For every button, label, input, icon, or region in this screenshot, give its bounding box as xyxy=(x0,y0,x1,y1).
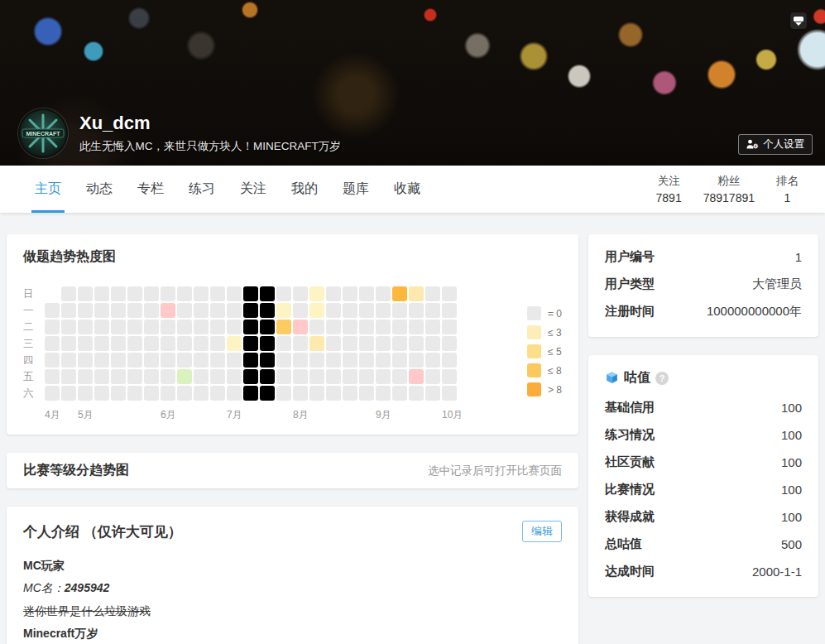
heatmap-month-label: 6月 xyxy=(161,408,176,422)
heatmap-cell xyxy=(111,353,126,368)
heatmap-cell xyxy=(111,369,126,384)
heatmap-cell xyxy=(144,336,159,351)
heatmap-cell xyxy=(343,369,357,384)
personal-settings-button[interactable]: 个人设置 xyxy=(738,134,813,155)
user-bio: 此生无悔入MC，来世只做方块人！MINECRAFT万岁 xyxy=(79,139,341,154)
heatmap-cell xyxy=(210,336,225,351)
heatmap-cell xyxy=(45,369,60,384)
guzhi-title: 咕值 xyxy=(624,369,650,387)
nav-tabs: 主页动态专栏练习关注我的题库收藏 xyxy=(31,166,442,213)
profile-stat[interactable]: 粉丝78917891 xyxy=(703,174,755,204)
heatmap-cell xyxy=(409,386,424,401)
sidebar-row-value: 100 xyxy=(781,401,802,415)
heatmap-cell xyxy=(127,336,142,351)
contest-trend-hint: 选中记录后可打开比赛页面 xyxy=(428,464,562,478)
heatmap-cell xyxy=(442,286,457,301)
heatmap-cell xyxy=(127,303,142,318)
heatmap-cell xyxy=(326,336,341,351)
heatmap-cell xyxy=(425,303,440,318)
heatmap-cell xyxy=(376,336,391,351)
heatmap-month-label: 5月 xyxy=(78,408,94,422)
heatmap-cell xyxy=(442,303,457,318)
nav-tab[interactable]: 专栏 xyxy=(134,166,167,213)
heatmap-cell xyxy=(326,303,341,318)
heatmap-month-label: 8月 xyxy=(293,408,309,422)
nav-tab[interactable]: 题库 xyxy=(339,166,372,213)
heatmap-cell xyxy=(409,336,424,351)
heatmap-cell xyxy=(260,303,275,318)
heatmap-cell xyxy=(276,320,291,334)
sidebar-row: 比赛情况100 xyxy=(605,481,802,497)
edit-button[interactable]: 编辑 xyxy=(522,521,562,542)
heatmap-cell xyxy=(243,353,258,368)
intro-line: MC玩家 xyxy=(23,557,562,574)
heatmap-cell xyxy=(260,353,275,368)
heatmap-cell xyxy=(260,336,275,351)
heatmap-cell xyxy=(442,336,457,351)
heatmap-cell xyxy=(243,369,258,384)
heatmap-cell xyxy=(61,286,76,301)
heatmap-cell xyxy=(194,369,209,384)
intro-line: Minecraft万岁 xyxy=(23,625,562,642)
heatmap-cell xyxy=(177,286,192,301)
nav-tab[interactable]: 主页 xyxy=(31,166,65,213)
sidebar-row: 注册时间100000000000年 xyxy=(605,303,802,320)
heatmap-cell xyxy=(144,353,159,368)
nav-tab[interactable]: 我的 xyxy=(288,166,321,213)
heatmap-cell xyxy=(210,369,225,384)
sidebar-row: 练习情况100 xyxy=(605,426,802,443)
heatmap-cell xyxy=(376,369,391,384)
heatmap-legend-item: > 8 xyxy=(527,382,562,396)
heatmap-cell xyxy=(194,286,209,301)
heatmap-cell xyxy=(425,286,440,301)
heatmap-cell xyxy=(45,386,60,401)
sidebar-row-value: 2000-1-1 xyxy=(752,565,802,579)
sidebar-row-label: 注册时间 xyxy=(605,304,655,320)
heatmap-cell xyxy=(78,286,93,301)
nav-tab[interactable]: 关注 xyxy=(237,166,270,213)
heatmap-cell xyxy=(61,303,76,318)
legend-swatch xyxy=(527,382,541,396)
heatmap-cell xyxy=(343,286,357,301)
legend-label: ≤ 5 xyxy=(548,346,562,358)
heatmap-cell xyxy=(243,286,258,301)
heatmap-cell xyxy=(442,386,457,401)
heatmap-cell xyxy=(392,353,407,368)
heatmap-cell xyxy=(309,320,324,334)
heatmap-cell xyxy=(227,336,242,351)
heatmap-cell xyxy=(111,386,126,401)
profile-stat[interactable]: 关注7891 xyxy=(656,174,682,204)
heatmap-cell xyxy=(359,369,374,384)
intro-line: 迷你世界是什么垃圾游戏 xyxy=(23,603,562,619)
heatmap-cell xyxy=(276,386,291,401)
heatmap-grid xyxy=(45,286,457,402)
svg-text:MINECRAFT: MINECRAFT xyxy=(26,131,60,137)
heatmap-cell xyxy=(144,320,159,334)
heatmap-cell xyxy=(276,336,291,351)
sidebar-row-value: 100 xyxy=(781,483,802,497)
heatmap-cell xyxy=(78,353,93,368)
nav-tab[interactable]: 练习 xyxy=(185,166,218,213)
heatmap-cell xyxy=(343,386,357,401)
heatmap-cell xyxy=(210,320,225,334)
profile-stat[interactable]: 排名1 xyxy=(776,174,799,204)
heatmap-day-label: 四 xyxy=(23,353,45,369)
ime-indicator-icon[interactable] xyxy=(790,12,807,29)
heatmap-title: 做题趋势热度图 xyxy=(23,248,562,266)
heatmap-cell xyxy=(359,353,374,368)
sidebar-row: 达成时间2000-1-1 xyxy=(605,563,802,579)
sidebar-row-label: 练习情况 xyxy=(605,427,655,443)
heatmap-cell xyxy=(194,336,209,351)
help-icon[interactable]: ? xyxy=(655,372,669,385)
legend-label: > 8 xyxy=(548,384,562,396)
heatmap-cell xyxy=(293,336,308,351)
heatmap-cell xyxy=(194,386,209,401)
heatmap-cell xyxy=(359,336,374,351)
heatmap-cell xyxy=(45,336,60,351)
heatmap-cell xyxy=(161,336,175,351)
nav-tab[interactable]: 收藏 xyxy=(391,166,424,213)
heatmap-cell xyxy=(409,353,424,368)
nav-tab[interactable]: 动态 xyxy=(83,166,116,213)
heatmap-cell xyxy=(293,386,308,401)
heatmap-cell xyxy=(161,286,175,301)
